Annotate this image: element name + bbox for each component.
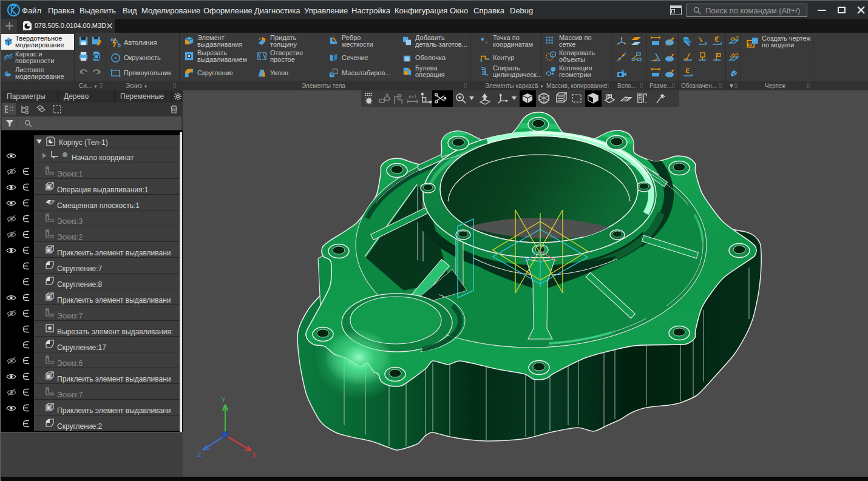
svg-text:?: ? <box>736 35 739 41</box>
svg-text:Y: Y <box>222 397 226 403</box>
svg-text:1 2: 1 2 <box>9 108 13 112</box>
svg-text:A±1: A±1 <box>409 94 417 99</box>
svg-text:?: ? <box>736 52 739 58</box>
svg-text:X: X <box>252 451 257 459</box>
svg-text:Z: Z <box>197 451 202 458</box>
